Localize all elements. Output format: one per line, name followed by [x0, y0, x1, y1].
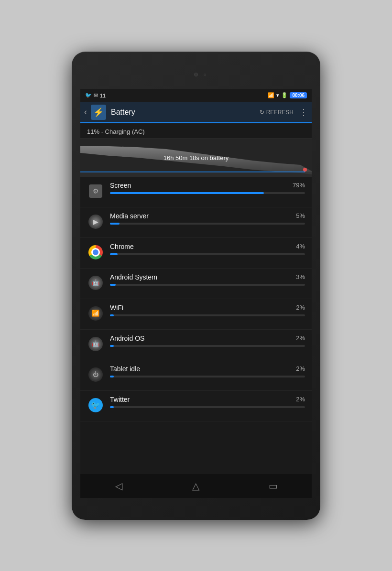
app-list-item[interactable]: 📶 WiFi 2%: [80, 299, 312, 330]
app-name-row: Android System 3%: [110, 273, 305, 281]
app-details: Twitter 2%: [110, 396, 305, 408]
app-bar-fill: [110, 314, 114, 316]
status-left: 🐦 ✉ 11: [85, 92, 106, 98]
app-details: Screen 79%: [110, 182, 305, 194]
back-button[interactable]: ‹: [84, 107, 87, 117]
app-list-item[interactable]: Chrome 4%: [80, 238, 312, 269]
android-icon: 🤖: [88, 276, 103, 290]
app-bar-fill: [110, 345, 114, 347]
content-area: 11% - Charging (AC) 16h 50m 18s on ba: [80, 123, 312, 474]
app-list-item[interactable]: 🤖 Android OS 2%: [80, 330, 312, 360]
wifi-icon: 📶: [88, 306, 103, 321]
status-right: 📶 ▾ 🔋 00:06: [268, 92, 307, 98]
app-name-row: Media server 5%: [110, 212, 305, 220]
app-name-row: WiFi 2%: [110, 304, 305, 312]
app-list-item[interactable]: 🤖 Android System 3%: [80, 269, 312, 299]
app-name: Tablet idle: [110, 365, 140, 373]
recent-nav-button[interactable]: ▭: [261, 476, 285, 496]
battery-settings-icon: ⚡: [91, 105, 106, 120]
app-name: Media server: [110, 212, 149, 220]
app-icon: 📶: [87, 305, 104, 322]
app-bar-bg: [110, 223, 305, 225]
refresh-label: REFRESH: [266, 109, 294, 116]
screen-icon: ⚙: [89, 184, 102, 198]
status-time: 00:06: [290, 92, 307, 98]
app-name: Chrome: [110, 243, 134, 250]
refresh-icon: ↻: [260, 109, 264, 116]
app-name-row: Chrome 4%: [110, 243, 305, 250]
charging-status: 11% - Charging (AC): [80, 123, 312, 139]
app-details: WiFi 2%: [110, 304, 305, 316]
app-name-row: Twitter 2%: [110, 396, 305, 403]
app-bar-bg: [110, 192, 305, 194]
app-name: WiFi: [110, 304, 123, 312]
app-icon: 🤖: [87, 274, 104, 291]
app-name: Android OS: [110, 334, 144, 342]
tablet-top-bezel: [80, 60, 312, 89]
email-icon: ✉: [94, 92, 98, 98]
app-icon: ▶: [87, 213, 104, 230]
wifi-status-icon: ▾: [276, 92, 279, 98]
app-bar-fill: [110, 376, 114, 377]
app-icon: [87, 244, 104, 261]
app-percent: 2%: [296, 334, 305, 342]
app-percent: 4%: [296, 243, 305, 250]
app-bar-fill: [110, 284, 116, 286]
app-bar-fill: [110, 253, 118, 255]
app-list-item[interactable]: ⚙ Screen 79%: [80, 177, 312, 207]
signal-icon: 📶: [268, 92, 274, 98]
app-bar-bg: [110, 314, 305, 316]
twitter-notification-icon: 🐦: [85, 92, 92, 98]
app-icon: 🐦: [87, 397, 104, 414]
tablet-bottom-bezel: [80, 498, 312, 511]
app-bar-bg: [110, 253, 305, 255]
twitter-app-icon: 🐦: [88, 398, 103, 412]
tablet-screen: 🐦 ✉ 11 📶 ▾ 🔋 00:06 ‹ ⚡ Battery ↻ REFRESH: [80, 89, 312, 498]
app-bar-fill: [110, 406, 114, 408]
app-bar-fill: [110, 223, 120, 225]
battery-chart: 16h 50m 18s on battery: [80, 139, 312, 177]
app-icon: ⏻: [87, 366, 104, 383]
app-name-row: Tablet idle 2%: [110, 365, 305, 373]
app-details: Chrome 4%: [110, 243, 305, 255]
refresh-button[interactable]: ↻ REFRESH: [260, 109, 294, 116]
status-bar: 🐦 ✉ 11 📶 ▾ 🔋 00:06: [80, 89, 312, 102]
app-icon: 🤖: [87, 335, 104, 353]
back-nav-button[interactable]: ◁: [107, 476, 131, 496]
app-bar-bg: [110, 376, 305, 377]
media-icon: ▶: [88, 215, 103, 229]
more-options-button[interactable]: ⋮: [299, 107, 308, 118]
android-icon: 🤖: [88, 337, 103, 351]
app-percent: 3%: [296, 273, 305, 280]
app-name: Android System: [110, 273, 157, 281]
app-percent: 79%: [293, 182, 305, 189]
tablet-icon: ⏻: [88, 367, 103, 382]
action-bar-right: ↻ REFRESH ⋮: [260, 107, 308, 118]
app-list-item[interactable]: ▶ Media server 5%: [80, 207, 312, 238]
app-list: ⚙ Screen 79% ▶ Media server 5% Chrome: [80, 177, 312, 421]
app-list-item[interactable]: 🐦 Twitter 2%: [80, 391, 312, 421]
app-name-row: Android OS 2%: [110, 334, 305, 342]
app-list-item[interactable]: ⏻ Tablet idle 2%: [80, 360, 312, 391]
svg-marker-3: [80, 172, 312, 177]
app-details: Android OS 2%: [110, 334, 305, 347]
battery-icon-graphic: ⚡: [93, 107, 104, 118]
app-details: Media server 5%: [110, 212, 305, 225]
page-title: Battery: [111, 108, 260, 117]
camera-icon: [194, 73, 198, 76]
chart-time-label: 16h 50m 18s on battery: [163, 154, 229, 161]
mic-dot: [204, 74, 206, 76]
notification-count: 11: [100, 93, 106, 98]
app-icon: ⚙: [87, 183, 104, 200]
app-details: Android System 3%: [110, 273, 305, 286]
app-name-row: Screen 79%: [110, 182, 305, 189]
battery-icon: 🔋: [281, 92, 288, 98]
app-bar-bg: [110, 406, 305, 408]
app-details: Tablet idle 2%: [110, 365, 305, 377]
app-bar-fill: [110, 192, 264, 194]
app-name: Screen: [110, 182, 131, 189]
bottom-nav: ◁ △ ▭: [80, 474, 312, 498]
svg-point-2: [303, 168, 307, 172]
app-percent: 2%: [296, 365, 305, 372]
home-nav-button[interactable]: △: [184, 476, 208, 496]
